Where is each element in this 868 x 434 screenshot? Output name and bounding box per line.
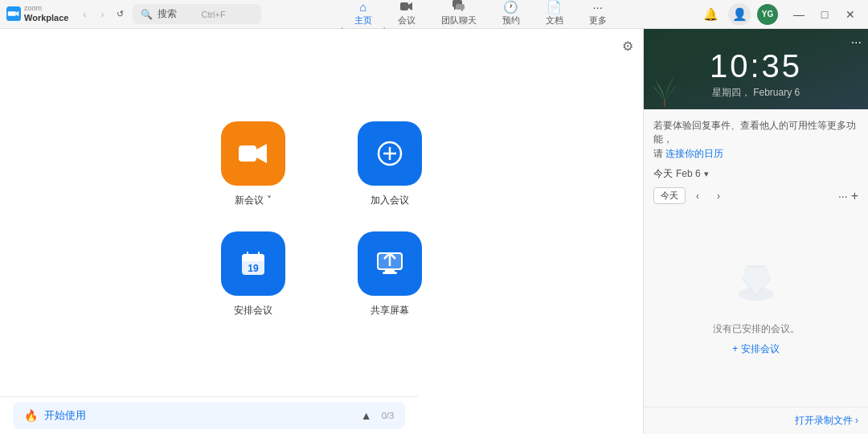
empty-calendar-text: 没有已安排的会议。 xyxy=(713,322,800,336)
arrange-meeting-label: 安排会议 xyxy=(234,304,272,317)
forward-button[interactable]: › xyxy=(94,6,110,23)
open-recording-link[interactable]: 打开录制文件 › xyxy=(795,415,858,426)
title-bar-left: zoom Workplace ‹ › ↺ 🔍 搜索 Ctrl+F xyxy=(6,4,261,24)
calendar-date-full: February 6 xyxy=(753,87,800,98)
tab-team-chat[interactable]: 团队聊天 xyxy=(428,0,489,31)
action-item-new-meeting[interactable]: 新会议 ˅ xyxy=(201,121,305,207)
action-grid: 新会议 ˅ 加入会议 xyxy=(201,121,442,317)
arrange-meeting-button[interactable]: 19 xyxy=(221,231,285,296)
svg-rect-10 xyxy=(242,257,264,261)
connect-calendar-link[interactable]: 连接你的日历 xyxy=(665,149,723,158)
title-bar-right: 🔔 👤 YG — □ ✕ xyxy=(699,3,862,26)
home-icon: ⌂ xyxy=(359,1,366,13)
getting-started-label: 开始使用 xyxy=(44,408,354,423)
svg-rect-4 xyxy=(239,145,256,162)
video-icon xyxy=(400,1,413,13)
zoom-logo: zoom Workplace xyxy=(6,5,68,24)
search-icon: 🔍 xyxy=(141,9,153,20)
getting-started-panel[interactable]: 🔥 开始使用 ▲ 0/3 xyxy=(13,402,405,429)
action-item-join-meeting[interactable]: 加入会议 xyxy=(338,121,442,207)
clock-icon: 🕐 xyxy=(503,1,518,13)
join-meeting-label: 加入会议 xyxy=(371,194,409,207)
calendar-more-button[interactable]: ··· xyxy=(851,35,862,50)
tab-team-chat-label: 团队聊天 xyxy=(441,14,477,27)
tab-more-label: 更多 xyxy=(589,14,607,27)
calendar-add-button[interactable]: + xyxy=(851,189,858,203)
tab-meeting-label: 会议 xyxy=(398,14,416,27)
tab-docs-label: 文档 xyxy=(546,14,563,27)
calendar-today-button[interactable]: 今天 xyxy=(653,187,686,204)
svg-rect-17 xyxy=(664,99,665,107)
calendar-nav-row: 今天 ‹ › ··· + xyxy=(653,187,858,205)
share-screen-label: 共享屏幕 xyxy=(371,304,409,317)
bottom-bar: 🔥 开始使用 ▲ 0/3 xyxy=(0,396,418,434)
calendar-header: ··· 10:35 星期四， February 6 xyxy=(644,29,868,109)
right-panel: ··· 10:35 星期四， February 6 若要体验回复事件、查看他人的… xyxy=(643,29,868,434)
maximize-button[interactable]: □ xyxy=(813,3,836,26)
tab-meeting[interactable]: 会议 xyxy=(385,0,428,31)
app-title-text: zoom Workplace xyxy=(24,5,68,24)
docs-icon: 📄 xyxy=(547,1,562,13)
window-controls: — □ ✕ xyxy=(788,3,862,26)
contacts-button[interactable]: 👤 xyxy=(728,3,751,26)
calendar-prev-button[interactable]: ‹ xyxy=(689,187,706,205)
join-meeting-button[interactable] xyxy=(358,121,422,186)
calendar-empty-state: 没有已安排的会议。 + 安排会议 xyxy=(653,215,858,397)
svg-rect-1 xyxy=(400,2,408,10)
chevron-up-icon[interactable]: ▲ xyxy=(361,409,372,422)
tab-home-label: 主页 xyxy=(354,14,372,27)
svg-rect-3 xyxy=(456,4,465,10)
tab-schedule[interactable]: 🕐 预约 xyxy=(489,0,533,31)
empty-calendar-icon xyxy=(732,256,780,313)
calendar-footer: 打开录制文件 › xyxy=(644,407,868,434)
tab-home[interactable]: ⌂ 主页 xyxy=(342,0,385,31)
search-bar[interactable]: 🔍 搜索 Ctrl+F xyxy=(133,4,261,24)
svg-rect-15 xyxy=(385,269,395,272)
chat-icon xyxy=(452,0,465,13)
main-content: ⚙ 新会议 ˅ xyxy=(0,29,868,434)
close-button[interactable]: ✕ xyxy=(839,3,862,26)
tab-docs[interactable]: 📄 文档 xyxy=(533,0,576,31)
user-avatar-button[interactable]: YG xyxy=(757,4,778,25)
svg-text:19: 19 xyxy=(248,263,259,274)
today-label: 今天 xyxy=(653,167,673,181)
action-item-arrange-meeting[interactable]: 19 安排会议 xyxy=(201,231,305,317)
search-shortcut: Ctrl+F xyxy=(201,10,225,19)
left-panel: ⚙ 新会议 ˅ xyxy=(0,29,643,434)
progress-label: 0/3 xyxy=(382,411,394,420)
calendar-weekday: 星期四 xyxy=(712,87,741,98)
svg-rect-16 xyxy=(383,272,397,274)
calendar-today-row: 今天 Feb 6 ▾ xyxy=(653,167,858,181)
refresh-button[interactable]: ↺ xyxy=(112,6,128,23)
new-meeting-label: 新会议 ˅ xyxy=(235,194,271,207)
more-icon: ··· xyxy=(592,1,603,13)
nav-arrows: ‹ › ↺ xyxy=(76,6,128,23)
calendar-connect-message: 若要体验回复事件、查看他人的可用性等更多功能， 请 连接你的日历 xyxy=(653,119,858,161)
calendar-time: 10:35 xyxy=(657,40,855,84)
title-bar: zoom Workplace ‹ › ↺ 🔍 搜索 Ctrl+F ⌂ 主页 会议 xyxy=(0,0,868,29)
action-item-share-screen[interactable]: 共享屏幕 xyxy=(338,231,442,317)
notification-bell-button[interactable]: 🔔 xyxy=(699,3,722,26)
back-button[interactable]: ‹ xyxy=(76,6,92,23)
search-label: 搜索 xyxy=(158,7,177,21)
calendar-next-button[interactable]: › xyxy=(710,187,727,205)
getting-started-icon: 🔥 xyxy=(24,409,38,422)
tab-schedule-label: 预约 xyxy=(502,14,520,27)
minimize-button[interactable]: — xyxy=(788,3,810,26)
settings-gear-button[interactable]: ⚙ xyxy=(622,39,633,54)
calendar-options-button[interactable]: ··· xyxy=(838,190,848,203)
tab-navigation: ⌂ 主页 会议 团队聊天 🕐 预约 📄 文档 ··· 更多 xyxy=(261,0,699,31)
today-date: Feb 6 xyxy=(676,168,701,179)
new-meeting-button[interactable] xyxy=(221,121,285,186)
calendar-date-display: 星期四， February 6 xyxy=(657,86,855,100)
calendar-body: 若要体验回复事件、查看他人的可用性等更多功能， 请 连接你的日历 今天 Feb … xyxy=(644,109,868,407)
tab-more[interactable]: ··· 更多 xyxy=(576,0,620,31)
zoom-brand-icon xyxy=(6,6,21,21)
share-screen-button[interactable] xyxy=(358,231,422,296)
schedule-meeting-link[interactable]: + 安排会议 xyxy=(732,342,779,356)
today-chevron-down-icon[interactable]: ▾ xyxy=(704,169,709,179)
